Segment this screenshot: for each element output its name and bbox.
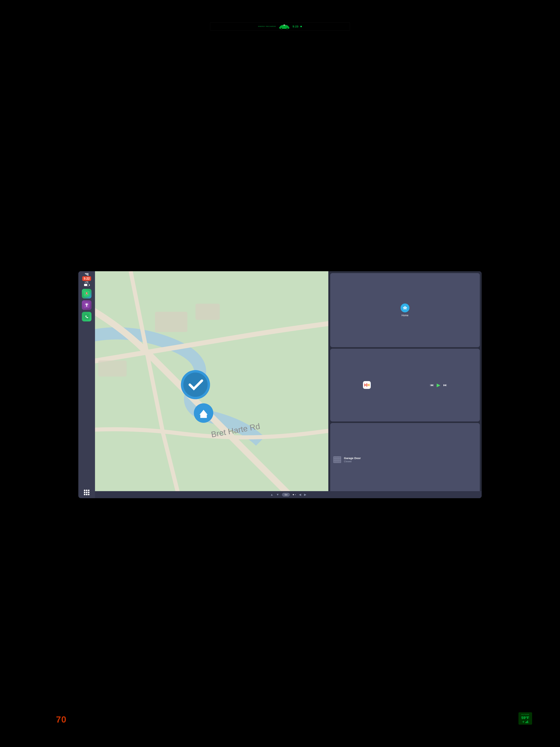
lte-label: LTE	[85, 281, 89, 283]
scene: ENERGY RECHARGE 5:23	[0, 0, 560, 747]
status-bar: 5:22 LTE	[82, 273, 91, 286]
svg-point-19	[183, 372, 208, 397]
home-label: Home	[401, 314, 408, 317]
page-dot-2	[295, 494, 296, 495]
map-area[interactable]: Bret Harte Rd	[95, 271, 328, 498]
energy-label: ENERGY RECHARGE	[258, 26, 276, 27]
sidebar-item-phone[interactable]	[82, 312, 91, 321]
page-indicators	[293, 494, 296, 495]
svg-point-2	[286, 28, 288, 29]
right-panel: Home ⏮ ▶	[328, 271, 481, 498]
garage-door-icon	[333, 456, 341, 463]
garage-door-title: Garage Door	[344, 457, 361, 460]
nav-right-button[interactable]: ▶	[304, 493, 306, 496]
rewind-button[interactable]: ⏮	[430, 383, 434, 387]
svg-rect-16	[195, 304, 220, 320]
garage-door-status: Closed	[344, 460, 361, 463]
page-dot-1	[293, 494, 294, 495]
media-card[interactable]: ⏮ ▶ ⏭	[330, 349, 480, 421]
svg-point-1	[281, 28, 282, 29]
cabin-temp-value: 70	[56, 715, 66, 724]
svg-point-27	[523, 721, 524, 722]
svg-point-10	[86, 304, 87, 306]
cabin-temp-display: 70	[56, 714, 66, 725]
outside-label: OUTSIDE	[521, 714, 529, 715]
nav-left-button[interactable]: ◀	[299, 493, 301, 496]
sidebar: 5:22 LTE	[78, 271, 95, 498]
sidebar-item-podcasts[interactable]	[82, 300, 91, 310]
fan-icon	[522, 720, 525, 723]
status-time: 5:22	[82, 276, 91, 281]
svg-rect-15	[155, 312, 187, 332]
svg-rect-11	[86, 306, 87, 307]
carplay-screen: 5:22 LTE	[78, 271, 481, 498]
media-app-icon	[363, 381, 371, 389]
sidebar-item-maps[interactable]	[82, 289, 91, 299]
cluster-time: 5:23	[293, 25, 298, 28]
home-card[interactable]: Home	[330, 273, 480, 347]
outside-temp-value: 59°F	[521, 716, 529, 720]
svg-rect-12	[84, 314, 90, 319]
home-icon	[401, 304, 409, 312]
garage-door-card[interactable]: Garage Door Closed	[330, 423, 480, 496]
nav-down-button[interactable]: ▼	[276, 493, 279, 496]
fast-forward-button[interactable]: ⏭	[443, 383, 447, 387]
instrument-cluster: ENERGY RECHARGE 5:23	[210, 22, 350, 31]
grid-icon[interactable]	[84, 490, 89, 495]
svg-rect-3	[284, 25, 285, 25]
siri-button[interactable]: Siri	[282, 493, 290, 496]
garage-door-text: Garage Door Closed	[344, 457, 361, 463]
nav-up-button[interactable]: ▲	[270, 493, 273, 496]
car-graphic	[278, 24, 291, 29]
cluster-indicator	[300, 26, 302, 27]
outside-temp-display: OUTSIDE 59°F	[518, 712, 532, 725]
media-controls: ⏮ ▶ ⏭	[430, 382, 447, 388]
play-button[interactable]: ▶	[437, 382, 441, 388]
svg-point-6	[86, 293, 87, 294]
svg-rect-17	[98, 360, 127, 377]
bottom-controls-bar: ▲ ▼ Siri ◀ ▶	[95, 491, 481, 498]
